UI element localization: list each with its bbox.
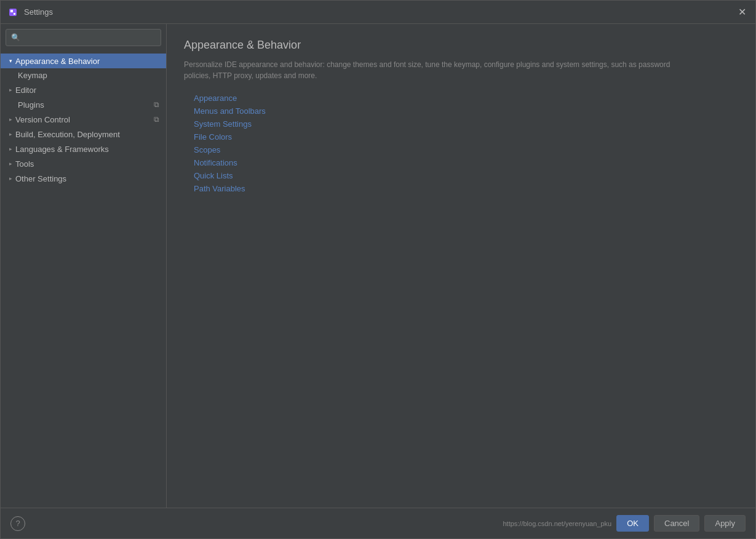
- chevron-right-icon: ▸: [6, 129, 15, 139]
- sidebar-item-label: Build, Execution, Deployment: [15, 130, 161, 139]
- app-icon: [7, 6, 19, 18]
- sidebar-item-tools[interactable]: ▸ Tools: [1, 156, 166, 171]
- link-menus-toolbars[interactable]: Menus and Toolbars: [194, 106, 738, 116]
- link-path-variables[interactable]: Path Variables: [194, 184, 738, 193]
- apply-button[interactable]: Apply: [704, 515, 746, 532]
- sidebar-item-version-control[interactable]: ▸ Version Control ⧉: [1, 112, 166, 127]
- svg-rect-2: [14, 13, 15, 15]
- ok-button[interactable]: OK: [616, 515, 649, 532]
- sidebar-item-appearance-behavior[interactable]: ▾ Appearance & Behavior: [1, 54, 166, 68]
- url-hint: https://blog.csdn.net/yerenyuan_pku: [503, 520, 611, 527]
- link-quick-lists[interactable]: Quick Lists: [194, 171, 738, 180]
- title-bar: Settings ✕: [1, 1, 755, 24]
- link-system-settings[interactable]: System Settings: [194, 119, 738, 129]
- footer: ? https://blog.csdn.net/yerenyuan_pku OK…: [1, 508, 755, 538]
- sidebar-item-keymap[interactable]: Keymap: [1, 68, 166, 82]
- sidebar-item-label: Languages & Frameworks: [15, 145, 161, 154]
- help-button[interactable]: ?: [10, 516, 25, 531]
- link-file-colors[interactable]: File Colors: [194, 132, 738, 142]
- content-links: Appearance Menus and Toolbars System Set…: [184, 94, 738, 193]
- chevron-right-icon: ▸: [6, 144, 15, 154]
- search-input[interactable]: [24, 33, 156, 42]
- sidebar-item-label: Appearance & Behavior: [15, 57, 161, 66]
- main-content: 🔍 ▾ Appearance & Behavior Keymap ▸ Edito…: [1, 24, 755, 508]
- settings-dialog: Settings ✕ 🔍 ▾ Appearance & Behavior Key…: [0, 0, 756, 539]
- cancel-button[interactable]: Cancel: [654, 515, 699, 532]
- footer-left: ?: [10, 516, 25, 531]
- sidebar-item-build-execution[interactable]: ▸ Build, Execution, Deployment: [1, 127, 166, 142]
- svg-rect-1: [10, 10, 13, 12]
- chevron-right-icon: ▸: [6, 174, 15, 183]
- footer-right: https://blog.csdn.net/yerenyuan_pku OK C…: [503, 515, 746, 532]
- link-notifications[interactable]: Notifications: [194, 158, 738, 167]
- sidebar-item-languages-frameworks[interactable]: ▸ Languages & Frameworks: [1, 142, 166, 156]
- chevron-right-icon: ▸: [6, 85, 15, 95]
- sidebar-item-label: Tools: [15, 159, 161, 169]
- sidebar-item-label: Editor: [15, 86, 161, 95]
- content-description: Personalize IDE appearance and behavior:…: [184, 59, 676, 81]
- nav-tree: ▾ Appearance & Behavior Keymap ▸ Editor …: [1, 51, 166, 508]
- sidebar-item-label: Version Control: [15, 115, 151, 124]
- sidebar-item-other-settings[interactable]: ▸ Other Settings: [1, 171, 166, 186]
- link-appearance[interactable]: Appearance: [194, 94, 738, 103]
- chevron-down-icon: ▾: [6, 56, 15, 66]
- sidebar-item-label: Other Settings: [15, 174, 161, 183]
- close-button[interactable]: ✕: [734, 5, 749, 20]
- sidebar-item-plugins[interactable]: Plugins ⧉: [1, 97, 166, 112]
- copy-icon: ⧉: [151, 114, 161, 124]
- chevron-right-icon: ▸: [6, 114, 15, 124]
- sidebar-item-editor[interactable]: ▸ Editor: [1, 82, 166, 97]
- sidebar: 🔍 ▾ Appearance & Behavior Keymap ▸ Edito…: [1, 24, 167, 508]
- copy-icon: ⧉: [151, 100, 161, 110]
- link-scopes[interactable]: Scopes: [194, 145, 738, 154]
- content-title: Appearance & Behavior: [184, 39, 738, 52]
- chevron-right-icon: ▸: [6, 159, 15, 169]
- sidebar-item-label: Keymap: [18, 71, 161, 80]
- search-icon: 🔍: [11, 33, 20, 42]
- dialog-title: Settings: [24, 7, 734, 17]
- search-box[interactable]: 🔍: [6, 29, 161, 46]
- sidebar-item-label: Plugins: [18, 100, 151, 110]
- content-area: Appearance & Behavior Personalize IDE ap…: [167, 24, 755, 508]
